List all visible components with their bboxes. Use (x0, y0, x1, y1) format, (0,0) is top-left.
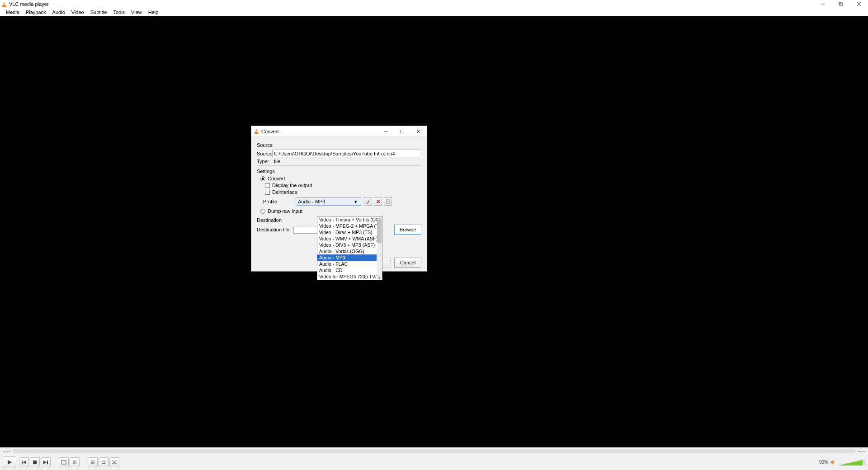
profile-option[interactable]: Video - WMV + WMA (ASF) (317, 235, 377, 242)
fullscreen-button[interactable] (59, 457, 69, 467)
dialog-minimize-button[interactable] (378, 126, 394, 137)
next-button[interactable] (41, 457, 51, 467)
profile-option[interactable]: Audio - CD (317, 267, 377, 273)
checkbox-icon (265, 190, 270, 195)
stop-icon (33, 460, 37, 465)
app-title: VLC media player (9, 1, 48, 7)
menu-subtitle[interactable]: Subtitle (87, 9, 110, 15)
time-total: --:-- (858, 448, 865, 453)
menu-audio[interactable]: Audio (49, 9, 68, 15)
deinterlace-checkbox[interactable]: Deinterlace (265, 189, 421, 195)
wrench-icon (366, 199, 370, 204)
edit-profile-button[interactable] (364, 197, 372, 206)
svg-rect-12 (22, 461, 23, 464)
settings-section-label: Settings (257, 169, 421, 174)
dump-raw-label: Dump raw input (268, 208, 302, 214)
profile-option[interactable]: Video - Dirac + MP3 (TS) (317, 229, 377, 235)
browse-button-label: Browse (400, 227, 416, 232)
dialog-titlebar[interactable]: Convert (251, 126, 427, 137)
dialog-body: Source Source: Type: file Settings Conve… (251, 137, 427, 271)
convert-dialog: Convert Source Source: Type: (251, 126, 427, 272)
cancel-button-label: Cancel (400, 260, 415, 265)
chevron-down-icon: ▾ (353, 199, 359, 205)
svg-rect-9 (386, 200, 390, 203)
loop-button[interactable] (99, 457, 108, 467)
minimize-button[interactable] (814, 0, 832, 8)
svg-rect-17 (61, 461, 66, 464)
profile-option[interactable]: Audio - Vorbis (OGG) (317, 248, 377, 254)
menu-playback[interactable]: Playback (23, 9, 49, 15)
profile-select[interactable]: Audio - MP3 ▾ (296, 197, 361, 206)
shuffle-icon (112, 460, 117, 465)
dialog-close-button[interactable] (410, 126, 427, 137)
menu-help[interactable]: Help (145, 9, 162, 15)
volume-area: 90% (819, 459, 865, 465)
player-controls: --:-- --:-- (0, 447, 868, 470)
svg-rect-14 (33, 461, 37, 464)
profile-option[interactable]: Audio - FLAC (317, 261, 377, 267)
next-icon (43, 460, 48, 465)
profile-icon-buttons: ✕ (364, 197, 392, 206)
convert-radio[interactable]: Convert (260, 176, 421, 181)
close-button[interactable] (850, 0, 868, 8)
delete-profile-button[interactable]: ✕ (374, 197, 382, 206)
checkbox-icon (265, 183, 270, 188)
radio-icon (260, 176, 265, 181)
volume-slider[interactable] (838, 459, 865, 465)
svg-marker-24 (830, 460, 834, 465)
cancel-button[interactable]: Cancel (394, 258, 421, 268)
extended-settings-button[interactable] (70, 457, 80, 467)
previous-button[interactable] (19, 457, 29, 467)
shuffle-button[interactable] (109, 457, 119, 467)
main-window-controls (814, 0, 868, 8)
dropdown-scrollbar[interactable]: ▴ ▾ (377, 216, 382, 280)
destination-file-label: Destination file: (257, 227, 291, 232)
main-titlebar: VLC media player (0, 0, 868, 8)
profile-option[interactable]: Video for MPEG4 720p TV/device (317, 273, 377, 280)
previous-icon (21, 460, 27, 465)
maximize-button[interactable] (832, 0, 850, 8)
menu-view[interactable]: View (128, 9, 145, 15)
profile-selected-value: Audio - MP3 (298, 199, 326, 204)
profile-dropdown: Video - Theora + Vorbis (OGG) Video - MP… (317, 216, 382, 280)
browse-button[interactable]: Browse (394, 225, 421, 235)
profile-option[interactable]: Video - MPEG-2 + MPGA (TS) (317, 223, 377, 229)
stop-button[interactable] (30, 457, 40, 467)
speaker-icon[interactable] (830, 460, 836, 465)
source-input[interactable] (272, 150, 421, 157)
transport-row: 90% (0, 454, 868, 470)
play-icon (7, 460, 12, 465)
profile-option[interactable]: Video - DIV3 + MP3 (ASF) (317, 242, 377, 248)
svg-marker-15 (43, 461, 47, 464)
convert-radio-label: Convert (268, 176, 285, 181)
scrollbar-thumb[interactable] (377, 218, 382, 243)
new-profile-button[interactable] (384, 197, 392, 206)
scroll-down-icon[interactable]: ▾ (377, 276, 382, 280)
display-output-checkbox[interactable]: Display the output (265, 183, 421, 188)
dump-raw-radio[interactable]: Dump raw input (260, 208, 421, 214)
x-icon: ✕ (376, 199, 380, 205)
profile-option[interactable]: Video - Theora + Vorbis (OGG) (317, 216, 377, 223)
radio-icon (260, 209, 265, 214)
profile-option[interactable]: Audio - MP3 (317, 254, 377, 261)
menu-video[interactable]: Video (68, 9, 87, 15)
playlist-button[interactable] (88, 457, 98, 467)
dialog-maximize-button[interactable] (394, 126, 410, 137)
vlc-cone-icon (254, 129, 259, 134)
vlc-cone-icon (2, 1, 7, 7)
loop-icon (101, 460, 106, 465)
type-value: file (274, 159, 280, 164)
svg-marker-13 (23, 461, 26, 464)
seek-slider[interactable] (13, 449, 855, 453)
dialog-title: Convert (261, 129, 279, 134)
fullscreen-icon (61, 460, 66, 465)
menu-tools[interactable]: Tools (110, 9, 128, 15)
equalizer-icon (72, 460, 77, 465)
svg-rect-16 (47, 461, 48, 464)
video-area: Convert Source Source: Type: (0, 16, 868, 447)
seek-row: --:-- --:-- (0, 447, 868, 454)
menu-media[interactable]: Media (3, 9, 23, 15)
new-icon (386, 199, 390, 204)
dialog-window-controls (378, 126, 427, 137)
play-button[interactable] (3, 456, 16, 468)
